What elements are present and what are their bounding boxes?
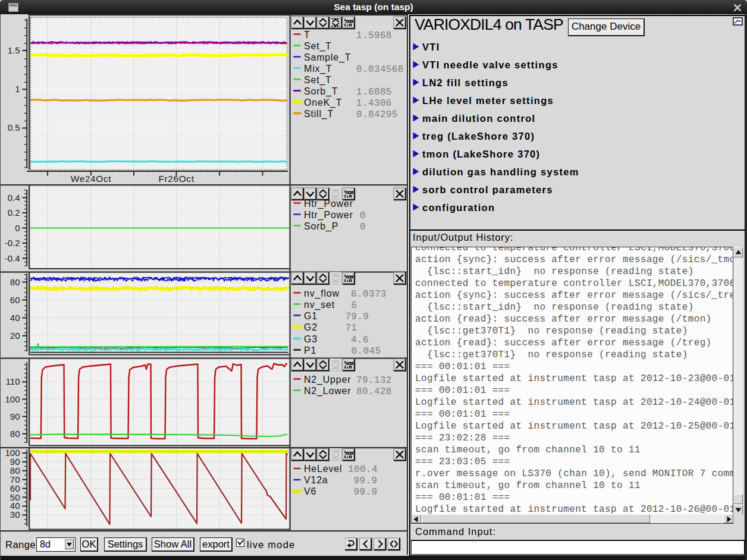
svg-text:nv_flow: nv_flow <box>304 288 340 299</box>
svg-text:20: 20 <box>10 331 20 341</box>
svg-text:99.9: 99.9 <box>354 476 378 486</box>
svg-text:G1: G1 <box>304 311 318 321</box>
svg-text:79.132: 79.132 <box>356 375 392 386</box>
svg-text:Set_T: Set_T <box>304 75 332 86</box>
svg-text:G3: G3 <box>304 334 318 344</box>
svg-text:71: 71 <box>345 323 357 334</box>
svg-text:0: 0 <box>15 223 20 233</box>
svg-text:30: 30 <box>10 509 20 520</box>
svg-text:90: 90 <box>10 411 20 421</box>
svg-text:6.0373: 6.0373 <box>351 289 387 300</box>
svg-text:Sorb_T: Sorb_T <box>304 86 338 97</box>
svg-text:100: 100 <box>5 394 20 404</box>
svg-text:110: 110 <box>6 376 20 386</box>
svg-text:-0.4: -0.4 <box>5 253 20 263</box>
svg-text:80: 80 <box>10 277 20 287</box>
svg-text:OneK_T: OneK_T <box>304 97 342 108</box>
svg-text:0: 0 <box>360 210 366 221</box>
svg-text:0.2: 0.2 <box>8 207 20 218</box>
svg-text:HeLevel: HeLevel <box>304 464 342 474</box>
svg-text:4.6: 4.6 <box>351 335 369 345</box>
svg-text:80: 80 <box>10 429 20 439</box>
svg-text:N2_Lower: N2_Lower <box>304 386 351 397</box>
svg-text:V12a: V12a <box>304 475 328 485</box>
svg-text:-0.2: -0.2 <box>5 238 20 248</box>
svg-text:0.045: 0.045 <box>351 346 381 357</box>
svg-text:40: 40 <box>10 313 20 323</box>
svg-text:0.4: 0.4 <box>8 193 20 203</box>
svg-text:100.4: 100.4 <box>348 464 378 475</box>
svg-text:1.4306: 1.4306 <box>356 98 392 109</box>
svg-text:Htr_Power: Htr_Power <box>304 210 353 221</box>
svg-text:G2: G2 <box>304 322 318 332</box>
svg-text:nv_set: nv_set <box>304 300 335 310</box>
svg-text:6: 6 <box>351 300 357 311</box>
svg-text:60: 60 <box>10 295 20 305</box>
svg-text:N2_Upper: N2_Upper <box>304 375 351 385</box>
svg-text:Set_T: Set_T <box>304 41 332 52</box>
svg-text:1: 1 <box>15 84 20 94</box>
svg-text:79.9: 79.9 <box>345 312 369 322</box>
svg-text:V6: V6 <box>304 486 316 496</box>
svg-text:80.428: 80.428 <box>356 386 392 397</box>
svg-text:P1: P1 <box>304 345 316 355</box>
svg-text:99.9: 99.9 <box>354 487 378 498</box>
svg-text:Mix_T: Mix_T <box>304 64 332 74</box>
svg-text:1.5: 1.5 <box>8 45 20 55</box>
svg-text:Htr_Power: Htr_Power <box>304 199 353 209</box>
svg-text:Fr26Oct: Fr26Oct <box>158 174 194 184</box>
svg-text:Sample_T: Sample_T <box>304 52 351 63</box>
svg-text:0.034568: 0.034568 <box>356 64 404 75</box>
svg-text:1.6085: 1.6085 <box>356 87 392 97</box>
svg-text:0.5: 0.5 <box>8 122 20 133</box>
svg-text:1.5968: 1.5968 <box>356 30 392 41</box>
svg-text:0: 0 <box>360 222 366 232</box>
svg-text:0.84295: 0.84295 <box>356 109 398 120</box>
svg-text:T: T <box>304 30 310 40</box>
svg-text:Sorb_P: Sorb_P <box>304 221 338 232</box>
svg-text:Still_T: Still_T <box>304 109 334 119</box>
svg-text:We24Oct: We24Oct <box>71 174 112 184</box>
